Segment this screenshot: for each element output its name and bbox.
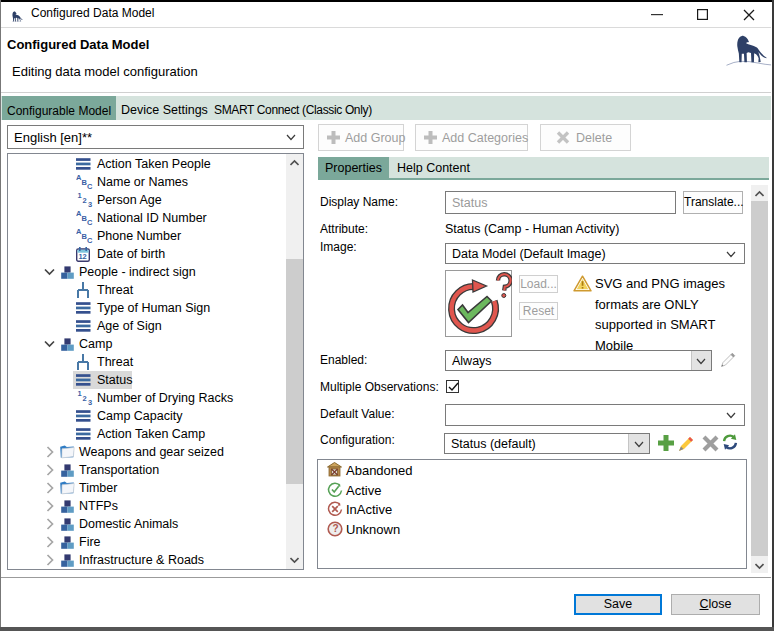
svg-text:2: 2 xyxy=(83,394,87,403)
svg-text:C: C xyxy=(87,236,93,244)
svg-text:3: 3 xyxy=(88,200,92,208)
svg-text:C: C xyxy=(87,218,93,226)
svg-text:3: 3 xyxy=(88,398,92,406)
svg-text:2: 2 xyxy=(83,196,87,205)
svg-text:C: C xyxy=(87,182,93,190)
svg-text:1: 1 xyxy=(78,389,82,398)
svg-text:?: ? xyxy=(333,523,339,534)
svg-text:12: 12 xyxy=(78,252,86,261)
svg-text:1: 1 xyxy=(78,191,82,200)
